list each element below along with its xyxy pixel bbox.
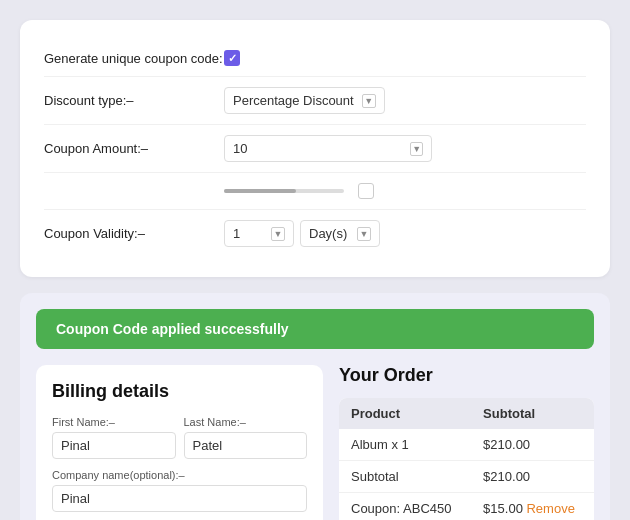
- discount-type-value: Percentage Discount: [233, 93, 354, 108]
- validity-unit-arrow-icon: ▼: [357, 227, 371, 241]
- discount-type-row: Discount type:– Percentage Discount ▼: [44, 77, 586, 125]
- discount-type-select[interactable]: Percentage Discount ▼: [224, 87, 385, 114]
- coupon-settings-card: Generate unique coupon code: Discount ty…: [20, 20, 610, 277]
- coupon-validity-row: Coupon Validity:– ▼ Day(s) ▼: [44, 210, 586, 257]
- coupon-amount-row: Coupon Amount:– ▼: [44, 125, 586, 173]
- order-table-header-row: Product Subtotal: [339, 398, 594, 429]
- coupon-validity-label: Coupon Validity:–: [44, 226, 224, 241]
- generate-coupon-checkbox[interactable]: [224, 50, 240, 66]
- generate-coupon-row: Generate unique coupon code:: [44, 40, 586, 77]
- order-product-3: Coupon: ABC450: [339, 493, 471, 521]
- table-row: Subtotal $210.00: [339, 461, 594, 493]
- order-product-2: Subtotal: [339, 461, 471, 493]
- company-label: Company name(optional):–: [52, 469, 307, 481]
- coupon-amount-label: Coupon Amount:–: [44, 141, 224, 156]
- coupon-amount-input-wrapper: ▼: [224, 135, 432, 162]
- last-name-input[interactable]: [184, 432, 308, 459]
- slider-row: [44, 173, 586, 210]
- validity-unit-select[interactable]: Day(s) ▼: [300, 220, 380, 247]
- page-wrapper: Generate unique coupon code: Discount ty…: [20, 20, 610, 520]
- order-subtotal-2: $210.00: [471, 461, 594, 493]
- coupon-validity-control: ▼ Day(s) ▼: [224, 220, 586, 247]
- first-name-group: First Name:–: [52, 416, 176, 459]
- coupon-amount-control: ▼: [224, 135, 586, 162]
- table-row: Album x 1 $210.00: [339, 429, 594, 461]
- discount-type-label: Discount type:–: [44, 93, 224, 108]
- order-col-product: Product: [339, 398, 471, 429]
- company-group: Company name(optional):–: [52, 469, 307, 512]
- table-row: Coupon: ABC450 $15.00 Remove: [339, 493, 594, 521]
- bottom-content: Billing details First Name:– Last Name:–…: [20, 365, 610, 520]
- validity-value-arrow-icon: ▼: [271, 227, 285, 241]
- order-subtotal-1: $210.00: [471, 429, 594, 461]
- first-name-label: First Name:–: [52, 416, 176, 428]
- order-product-1: Album x 1: [339, 429, 471, 461]
- generate-coupon-label: Generate unique coupon code:: [44, 51, 224, 66]
- order-subtotal-3: $15.00 Remove: [471, 493, 594, 521]
- name-row: First Name:– Last Name:–: [52, 416, 307, 469]
- coupon-amount-arrow-icon: ▼: [410, 142, 423, 156]
- slider-control: [224, 183, 586, 199]
- order-table: Product Subtotal Album x 1 $210.00 Subto…: [339, 398, 594, 520]
- last-name-group: Last Name:–: [184, 416, 308, 459]
- success-banner: Coupon Code applied successfully: [36, 309, 594, 349]
- billing-card: Billing details First Name:– Last Name:–…: [36, 365, 323, 520]
- coupon-result-card: Coupon Code applied successfully Billing…: [20, 293, 610, 520]
- billing-title: Billing details: [52, 381, 307, 402]
- order-col-subtotal: Subtotal: [471, 398, 594, 429]
- order-title: Your Order: [339, 365, 594, 386]
- validity-value-input[interactable]: [233, 226, 263, 241]
- remove-coupon-link[interactable]: Remove: [526, 501, 574, 516]
- order-section: Your Order Product Subtotal Album x 1 $2…: [339, 365, 594, 520]
- validity-unit-value: Day(s): [309, 226, 347, 241]
- last-name-label: Last Name:–: [184, 416, 308, 428]
- discount-type-control: Percentage Discount ▼: [224, 87, 586, 114]
- discount-type-arrow-icon: ▼: [362, 94, 376, 108]
- slider-track[interactable]: [224, 189, 344, 193]
- slider-fill: [224, 189, 296, 193]
- slider-checkbox[interactable]: [358, 183, 374, 199]
- validity-value-input-wrapper: ▼: [224, 220, 294, 247]
- generate-coupon-control: [224, 50, 586, 66]
- company-input[interactable]: [52, 485, 307, 512]
- first-name-input[interactable]: [52, 432, 176, 459]
- coupon-amount-input[interactable]: [233, 141, 402, 156]
